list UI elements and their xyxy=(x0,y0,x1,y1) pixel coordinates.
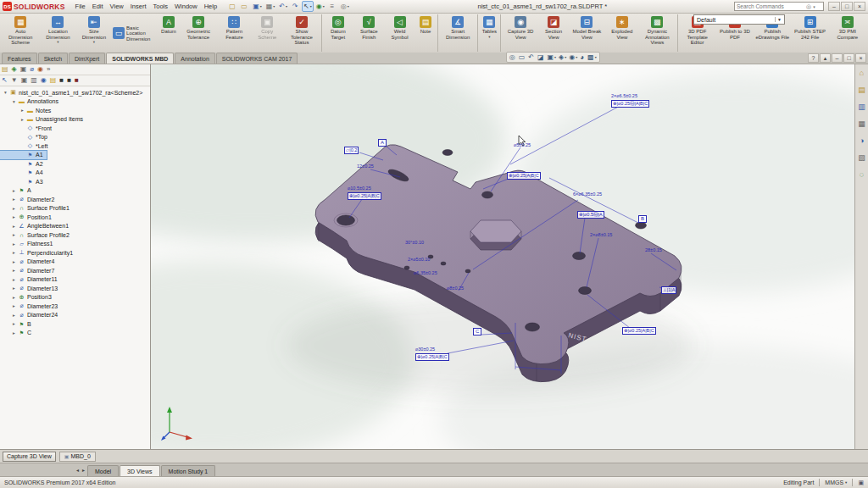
print-icon[interactable]: ▦ ▾ xyxy=(264,1,277,12)
gdt-annotation[interactable]: ⌀10.5±0.25 xyxy=(348,186,371,191)
tree-expander-icon[interactable] xyxy=(11,224,17,229)
design-library-icon[interactable]: ▤ xyxy=(858,86,865,94)
dimxpertmanager-tab-icon[interactable]: ⌀ xyxy=(30,66,34,73)
tree-item[interactable]: Diameter24 xyxy=(0,311,61,320)
scroll-left-icon[interactable]: ◂ xyxy=(75,467,81,473)
menu-item[interactable]: Edit xyxy=(89,2,107,11)
gdt-annotation[interactable]: 28±0.15 xyxy=(645,247,662,253)
gdt-annotation[interactable]: 30°±0.10 xyxy=(405,240,424,246)
panel-filter-icon[interactable]: ▼ xyxy=(11,77,18,84)
configuration-dropdown[interactable]: Default ▼ xyxy=(693,14,785,25)
tree-item[interactable]: C xyxy=(0,329,35,338)
panel-eye-icon[interactable]: ◉ xyxy=(41,77,47,84)
ribbon-button[interactable]: ⊞ Publish STEP 242 File xyxy=(791,14,828,52)
close-window-icon[interactable]: × xyxy=(854,2,865,11)
tree-item[interactable]: A3 xyxy=(0,177,47,186)
display-style-icon[interactable]: ◈ ▾ xyxy=(559,53,566,61)
gdt-annotation[interactable]: ⌀8±0.25 xyxy=(447,286,464,291)
ribbon-button[interactable]: ∡ Smart Dimension xyxy=(437,14,476,52)
panel-note-icon[interactable]: ▤ xyxy=(50,77,57,84)
ribbon-button[interactable]: ✓ Show Tolerance Status xyxy=(283,14,320,52)
ribbon-button[interactable]: ◪ Section View xyxy=(539,14,568,52)
file-explorer-icon[interactable]: ▥ xyxy=(858,103,865,111)
panel-dark-icon-1[interactable]: ■ xyxy=(59,77,64,84)
tree-item[interactable]: *Left xyxy=(0,141,51,151)
gdt-annotation[interactable]: ⊥|1|A xyxy=(661,286,676,294)
doc-restore-icon[interactable]: □ xyxy=(843,53,854,63)
ribbon-button[interactable]: ▤ Note xyxy=(415,14,437,52)
capture-3d-view-button[interactable]: Capture 3D View xyxy=(3,452,56,462)
command-tab[interactable]: SOLIDWORKS MBD xyxy=(106,53,174,64)
tree-item[interactable]: Flatness1 xyxy=(0,240,56,249)
ribbon-button[interactable]: ▭ Basic Location Dimension xyxy=(111,14,158,52)
undo-icon[interactable]: ↶ ▾ xyxy=(277,1,289,12)
gdt-annotation[interactable]: ⌀6.35±0.25 xyxy=(414,270,437,276)
tree-item[interactable]: Diameter4 xyxy=(0,258,58,267)
tree-item[interactable]: AngleBetween1 xyxy=(0,222,72,231)
ribbon-button[interactable]: √ Surface Finish xyxy=(353,14,386,52)
tree-expander-icon[interactable] xyxy=(11,188,17,193)
ribbon-button[interactable]: ↔ Location Dimension ▾ xyxy=(39,14,76,52)
hide-show-items-icon[interactable]: ◉ ▾ xyxy=(569,53,577,61)
tree-expander-icon[interactable] xyxy=(11,277,17,282)
document-tab[interactable]: 3D Views xyxy=(120,465,159,476)
ribbon-button[interactable]: ◁ Weld Symbol xyxy=(385,14,415,52)
tree-item[interactable]: Position3 xyxy=(0,293,55,302)
gdt-annotation[interactable]: ⊕|⌀0.5Ⓜ|A xyxy=(577,211,604,219)
gdt-annotation[interactable]: 6×⌀6.35±0.25 xyxy=(573,191,602,197)
tree-expander-icon[interactable] xyxy=(11,268,17,273)
restore-window-icon[interactable]: □ xyxy=(841,2,853,11)
configurationmanager-tab-icon[interactable]: ▣ xyxy=(20,66,27,73)
chevron-down-icon[interactable]: ▼ xyxy=(775,17,782,22)
ribbon-button[interactable]: ⊕ Geometric Tolerance xyxy=(180,14,217,52)
menu-item[interactable]: Window xyxy=(171,2,201,11)
gdt-annotation[interactable]: B xyxy=(638,215,647,223)
new-file-icon[interactable]: ▢ xyxy=(227,1,238,12)
tree-item[interactable]: Diameter2 xyxy=(0,195,58,204)
collapse-ribbon-icon[interactable]: ▴ xyxy=(820,53,831,63)
tree-expander-icon[interactable] xyxy=(11,214,17,219)
search-icon[interactable]: ◎ xyxy=(806,3,811,10)
featuremanager-tab-icon[interactable]: ▤ xyxy=(2,66,8,73)
ribbon-button[interactable]: ▣ Copy Scheme xyxy=(252,14,283,52)
doc-minimize-icon[interactable]: – xyxy=(832,53,843,63)
document-tab[interactable]: Motion Study 1 xyxy=(161,465,216,476)
command-tab[interactable]: Annotation xyxy=(175,53,214,64)
gdt-annotation[interactable]: ⊕|⌀0.25|A|B|C xyxy=(507,172,541,180)
gdt-annotation[interactable]: ⊕|⌀0.25|A|B|C xyxy=(415,353,449,361)
gdt-annotation[interactable]: C xyxy=(473,328,481,336)
command-tab[interactable]: Sketch xyxy=(38,53,68,64)
gdt-annotation[interactable]: ▱|0.2 xyxy=(344,147,359,154)
panel-chevron-icon[interactable]: » xyxy=(47,66,50,73)
mbd-view-tab[interactable]: ▣ MBD_0 xyxy=(59,452,96,462)
tree-item[interactable]: Diameter13 xyxy=(0,284,61,293)
propertymanager-tab-icon[interactable]: ◈ xyxy=(12,66,17,73)
tree-item[interactable]: *Top xyxy=(0,133,51,142)
solidworks-resources-icon[interactable]: ⌂ xyxy=(860,69,864,77)
command-tab[interactable]: SOLIDWORKS CAM 2017 xyxy=(216,53,298,64)
tree-expander-icon[interactable] xyxy=(3,90,8,95)
panel-view-icon[interactable]: ▣ xyxy=(21,77,28,84)
tree-item[interactable]: Unassigned Items xyxy=(0,115,86,125)
scroll-right-icon[interactable]: ▸ xyxy=(81,467,86,473)
tree-item[interactable]: A xyxy=(0,186,35,196)
menu-item[interactable]: Help xyxy=(201,2,220,11)
tree-item[interactable]: A1 xyxy=(0,151,47,160)
ribbon-button[interactable]: ∗ Exploded View xyxy=(606,14,639,52)
tree-item[interactable]: A2 xyxy=(0,159,47,169)
help-icon[interactable]: ? xyxy=(808,53,819,63)
tree-item[interactable]: A4 xyxy=(0,169,47,178)
doc-close-icon[interactable]: × xyxy=(855,53,866,63)
status-options-icon[interactable]: ▣ xyxy=(858,480,864,486)
gdt-annotation[interactable]: 2×⌀5±0.10 xyxy=(408,257,430,263)
forum-icon[interactable]: ◌ xyxy=(860,170,864,179)
tree-expander-icon[interactable] xyxy=(11,303,17,308)
3d-viewport[interactable]: NIST 2×⌀6.5±0.25 ⊕|⌀0.25Ⓜ|A|B|C ⌀5±0.25 … xyxy=(151,64,854,449)
ribbon-button[interactable]: ◎ Datum Target xyxy=(321,14,353,52)
gdt-annotation[interactable]: A xyxy=(378,139,387,147)
search-dropdown-arrow-icon[interactable]: ▾ xyxy=(813,4,815,9)
tree-item[interactable]: Diameter23 xyxy=(0,302,61,311)
tree-expander-icon[interactable] xyxy=(11,250,17,255)
previous-view-icon[interactable]: ↶ xyxy=(528,53,535,61)
tree-expander-icon[interactable] xyxy=(19,108,25,113)
